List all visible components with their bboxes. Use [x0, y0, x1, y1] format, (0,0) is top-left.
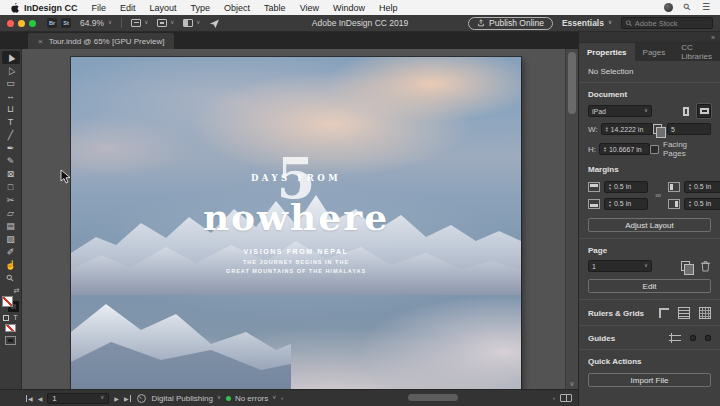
stepper-icon[interactable]: ▲▼ — [688, 200, 692, 207]
page-select[interactable]: 1 ∨ — [588, 260, 652, 272]
spread-view-icon[interactable] — [560, 394, 572, 402]
last-page-button[interactable]: ▶ — [124, 395, 131, 402]
scroll-down-icon[interactable]: ∨ — [566, 380, 578, 388]
document-tab[interactable]: × Tour.indd @ 65% [GPU Preview] — [28, 33, 174, 49]
share-plane-icon[interactable] — [209, 18, 220, 29]
pen-tool[interactable]: ✒ — [2, 142, 20, 155]
adjust-layout-button[interactable]: Adjust Layout — [588, 218, 711, 232]
landscape-orientation-button[interactable] — [697, 104, 711, 118]
selection-tool[interactable]: ▶ — [2, 51, 20, 64]
preflight-icon[interactable] — [136, 393, 147, 404]
tab-properties[interactable]: Properties — [579, 43, 635, 61]
menu-item-layout[interactable]: Layout — [143, 3, 184, 13]
show-guides-icon[interactable] — [669, 333, 681, 343]
screen-mode-control[interactable]: ∨ — [157, 19, 174, 27]
zoom-level-control[interactable]: 64.9% ∨ — [80, 18, 112, 28]
zoom-tool[interactable]: ⚲ — [2, 272, 20, 285]
tab-cc-libraries[interactable]: CC Libraries — [673, 43, 720, 61]
facing-pages-checkbox[interactable] — [650, 145, 659, 154]
stepper-icon[interactable]: ▲▼ — [603, 146, 607, 153]
free-transform-tool[interactable]: ▱ — [2, 207, 20, 220]
document-canvas[interactable]: 5 DAYS FROM nowhere VISIONS FROM NEPAL T… — [22, 49, 578, 389]
menu-item-view[interactable]: View — [293, 3, 326, 13]
gradient-feather-tool[interactable]: ▨ — [2, 233, 20, 246]
tab-pages[interactable]: Pages — [635, 43, 674, 61]
menu-item-type[interactable]: Type — [184, 3, 218, 13]
stock-icon[interactable]: St — [61, 18, 71, 28]
direct-selection-tool[interactable]: ▷ — [2, 64, 20, 77]
document-page[interactable]: 5 DAYS FROM nowhere VISIONS FROM NEPAL T… — [71, 57, 521, 389]
add-page-icon[interactable] — [681, 261, 690, 271]
type-tool[interactable]: T — [2, 116, 20, 129]
screen-mode-button[interactable] — [5, 336, 16, 345]
publish-online-button[interactable]: Publish Online — [468, 17, 553, 30]
menu-item-indesign[interactable]: InDesign CC — [19, 3, 85, 13]
rectangle-frame-tool[interactable]: ⊠ — [2, 168, 20, 181]
color-theme-tool[interactable]: ✐ — [2, 246, 20, 259]
preflight-profile-select[interactable]: Digital Publishing ∨ — [152, 394, 221, 403]
hand-tool[interactable]: ☝ — [2, 259, 20, 272]
vertical-scrollbar-thumb[interactable] — [568, 52, 576, 114]
view-options-control[interactable]: ∨ — [131, 19, 148, 27]
content-collector-tool[interactable]: ⊔ — [2, 103, 20, 116]
page-tool[interactable]: ▭ — [2, 77, 20, 90]
width-field[interactable]: ▲▼ 14.2222 in — [601, 123, 653, 135]
siri-icon[interactable] — [664, 3, 673, 12]
next-page-button[interactable]: ▶ — [114, 395, 119, 402]
menu-item-object[interactable]: Object — [217, 3, 257, 13]
minimize-window-button[interactable] — [18, 20, 25, 27]
stepper-icon[interactable]: ▲▼ — [608, 200, 612, 207]
gap-tool[interactable]: ↔ — [2, 90, 20, 103]
menu-item-help[interactable]: Help — [372, 3, 405, 13]
stepper-icon[interactable]: ▲▼ — [608, 183, 612, 190]
baseline-grid-icon[interactable] — [678, 307, 690, 319]
fill-color-swatch[interactable] — [2, 296, 13, 307]
gradient-swatch-tool[interactable]: ▤ — [2, 220, 20, 233]
workspace-switcher[interactable]: Essentials ∨ — [562, 18, 612, 28]
apply-none-button[interactable] — [5, 324, 16, 332]
right-margin-field[interactable]: ▲▼ 0.5 in — [684, 198, 720, 210]
menu-item-window[interactable]: Window — [326, 3, 372, 13]
zoom-window-button[interactable] — [29, 20, 36, 27]
apple-icon[interactable] — [10, 2, 19, 13]
document-grid-icon[interactable] — [699, 307, 711, 319]
adobe-stock-search-input[interactable] — [635, 19, 708, 28]
spotlight-search-icon[interactable]: ⚲ — [684, 3, 691, 12]
scroll-right-icon[interactable]: › — [553, 395, 555, 401]
document-preset-select[interactable]: iPad ∨ — [588, 105, 652, 117]
formatting-affects-text-button[interactable]: T — [13, 314, 17, 321]
menu-item-file[interactable]: File — [85, 3, 114, 13]
portrait-orientation-button[interactable] — [679, 104, 693, 118]
link-margins-icon[interactable]: ∞ — [651, 191, 665, 200]
line-tool[interactable]: ╱ — [2, 129, 20, 142]
scroll-left-icon[interactable]: ‹ — [281, 395, 283, 401]
lock-guides-icon[interactable] — [690, 335, 696, 341]
bottom-margin-field[interactable]: ▲▼ 0.5 in — [604, 198, 648, 210]
delete-page-icon[interactable] — [700, 260, 711, 272]
close-icon[interactable]: × — [38, 37, 43, 46]
close-window-button[interactable] — [7, 20, 14, 27]
page-number-select[interactable]: 1 ∨ — [47, 393, 109, 404]
arrange-documents-control[interactable]: ∨ — [183, 19, 200, 27]
bridge-icon[interactable]: Br — [47, 18, 57, 28]
menu-item-table[interactable]: Table — [257, 3, 293, 13]
show-rulers-icon[interactable] — [659, 308, 669, 318]
left-margin-field[interactable]: ▲▼ 0.5 in — [684, 181, 720, 193]
first-page-button[interactable]: ◀ — [26, 395, 33, 402]
scissors-tool[interactable]: ✂ — [2, 194, 20, 207]
import-file-button[interactable]: Import File — [588, 373, 711, 387]
smart-guides-icon[interactable] — [705, 335, 711, 341]
stepper-icon[interactable]: ▲▼ — [605, 126, 609, 133]
top-margin-field[interactable]: ▲▼ 0.5 in — [604, 181, 648, 193]
page-count-field[interactable]: 5 — [667, 123, 711, 135]
rectangle-tool[interactable]: □ — [2, 181, 20, 194]
vertical-scrollbar[interactable]: ∨ — [565, 49, 578, 389]
formatting-affects-container-button[interactable] — [3, 315, 9, 321]
swap-fill-stroke-icon[interactable]: ⇄ — [2, 287, 20, 295]
height-field[interactable]: ▲▼ 10.6667 in — [599, 143, 650, 155]
horizontal-scrollbar[interactable] — [292, 394, 544, 402]
horizontal-scrollbar-thumb[interactable] — [408, 394, 458, 401]
previous-page-button[interactable]: ◀ — [38, 395, 43, 402]
notification-center-icon[interactable]: ☰ — [702, 3, 710, 12]
pencil-tool[interactable]: ✎ — [2, 155, 20, 168]
